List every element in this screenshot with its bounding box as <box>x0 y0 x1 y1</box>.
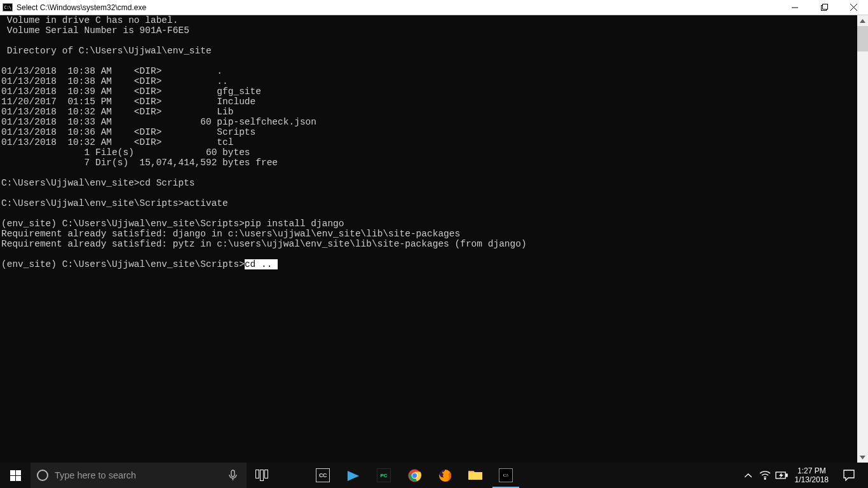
taskbar-app-cmd[interactable]: C:\ <box>491 463 521 488</box>
taskbar-app-cc[interactable]: CC <box>308 463 338 488</box>
clock-date: 1/13/2018 <box>795 475 829 484</box>
svg-rect-9 <box>10 476 15 481</box>
start-button[interactable] <box>0 463 31 488</box>
taskbar-app-firefox[interactable] <box>430 463 460 488</box>
action-center-button[interactable] <box>834 470 864 481</box>
pycharm-icon: PC <box>377 468 391 482</box>
svg-rect-7 <box>10 470 15 475</box>
window-title: Select C:\Windows\system32\cmd.exe <box>17 3 146 12</box>
windows-icon <box>10 470 21 481</box>
terminal-cursor <box>272 259 278 269</box>
taskbar-right: 1:27 PM 1/13/2018 <box>740 463 868 488</box>
store-icon <box>285 468 299 482</box>
scroll-down-button[interactable] <box>857 452 868 463</box>
svg-point-16 <box>412 473 416 477</box>
window-controls <box>780 0 868 15</box>
taskbar-left: Type here to search CC PC <box>0 463 521 488</box>
cc-icon: CC <box>316 468 330 482</box>
svg-marker-13 <box>348 471 359 481</box>
maximize-button[interactable] <box>810 0 839 15</box>
terminal-container: Volume in drive C has no label. Volume S… <box>0 15 868 463</box>
tray-battery[interactable] <box>773 463 790 488</box>
firefox-icon <box>438 469 452 482</box>
taskbar-app-pycharm[interactable]: PC <box>369 463 399 488</box>
cmd-taskbar-icon: C:\ <box>499 468 513 482</box>
search-placeholder: Type here to search <box>55 470 136 480</box>
minimize-button[interactable] <box>780 0 810 15</box>
cmd-icon: C:\ <box>3 3 13 11</box>
terminal-output[interactable]: Volume in drive C has no label. Volume S… <box>0 15 857 463</box>
notification-icon <box>843 470 855 481</box>
scroll-thumb[interactable] <box>857 26 868 51</box>
title-left: C:\ Select C:\Windows\system32\cmd.exe <box>0 3 146 12</box>
svg-rect-11 <box>231 470 234 477</box>
battery-icon <box>775 471 788 479</box>
svg-rect-20 <box>786 474 787 477</box>
wifi-icon <box>759 471 771 480</box>
mic-icon <box>229 470 237 481</box>
taskbar-app-quickshare[interactable] <box>338 463 369 488</box>
svg-point-18 <box>764 478 766 480</box>
svg-rect-8 <box>16 470 21 475</box>
scroll-up-button[interactable] <box>857 15 868 26</box>
svg-rect-2 <box>822 4 827 10</box>
vertical-scrollbar[interactable] <box>857 15 868 463</box>
mic-button[interactable] <box>219 470 247 481</box>
svg-rect-10 <box>16 476 21 481</box>
svg-marker-5 <box>860 19 865 23</box>
taskbar-app-chrome[interactable] <box>399 463 430 488</box>
tray-wifi[interactable] <box>757 463 773 488</box>
terminal-selection: cd .. <box>245 259 273 269</box>
clock-time: 1:27 PM <box>797 466 826 475</box>
quickshare-icon <box>346 468 360 482</box>
cortana-icon <box>37 470 48 481</box>
folder-icon <box>468 470 482 481</box>
svg-marker-6 <box>860 456 865 459</box>
tray-overflow-button[interactable] <box>740 463 757 488</box>
window-titlebar: C:\ Select C:\Windows\system32\cmd.exe <box>0 0 868 15</box>
taskbar-app-store[interactable] <box>277 463 308 488</box>
chevron-up-icon <box>745 473 752 478</box>
taskbar: Type here to search CC PC <box>0 463 868 488</box>
taskbar-app-explorer[interactable] <box>460 463 491 488</box>
chrome-icon <box>408 469 421 482</box>
task-view-button[interactable] <box>247 463 277 488</box>
tray-clock[interactable]: 1:27 PM 1/13/2018 <box>790 466 834 484</box>
task-view-icon <box>255 470 268 481</box>
close-button[interactable] <box>839 0 868 15</box>
search-box[interactable]: Type here to search <box>31 463 247 488</box>
